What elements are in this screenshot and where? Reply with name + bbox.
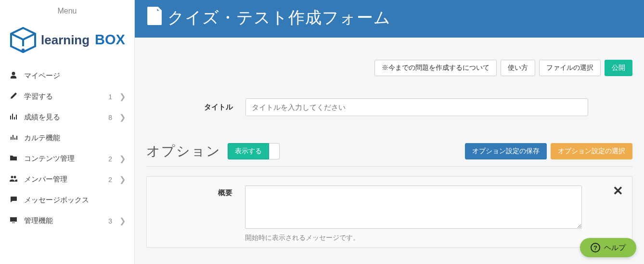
sidebar-item-1[interactable]: 学習する1❯ (0, 86, 134, 107)
option-row: オプション 表示する オプション設定の保存 オプション設定の選択 (146, 142, 632, 167)
sidebar-item-label: メッセージボックス (24, 196, 106, 205)
summary-label: 概要 (157, 185, 232, 242)
title-row: タイトル (180, 98, 632, 116)
title-label: タイトル (180, 103, 233, 112)
option-save-button[interactable]: オプション設定の保存 (465, 143, 547, 159)
sidebar-item-7[interactable]: 管理機能3❯ (0, 211, 134, 231)
document-icon (146, 7, 163, 29)
sidebar-item-6[interactable]: メッセージボックス (0, 190, 134, 211)
summary-hint: 開始時に表示されるメッセージです。 (245, 234, 582, 242)
toggle-handle[interactable] (269, 143, 280, 159)
sidebar-item-0[interactable]: マイページ (0, 66, 134, 86)
sidebar-item-5[interactable]: メンバー管理2❯ (0, 169, 134, 190)
sidebar-item-badge: 3 (106, 217, 112, 225)
sidebar-item-label: コンテンツ管理 (24, 154, 106, 163)
help-icon: ? (591, 243, 600, 252)
close-icon[interactable]: ✕ (613, 184, 623, 198)
option-heading: オプション (146, 142, 221, 160)
chevron-right-icon: ❯ (119, 175, 126, 184)
menu-label: Menu (0, 0, 134, 21)
summary-textarea[interactable] (245, 185, 582, 229)
title-input[interactable] (245, 98, 588, 116)
about-previous-button[interactable]: ※今までの問題を作成するについて (374, 60, 497, 76)
help-button[interactable]: ? ヘルプ (580, 238, 636, 257)
chat-icon (9, 196, 18, 205)
users-icon (9, 175, 18, 184)
publish-button[interactable]: 公開 (605, 60, 632, 76)
nav: マイページ学習する1❯成績を見る8❯カルテ機能コンテンツ管理2❯メンバー管理2❯… (0, 66, 134, 231)
sidebar-item-3[interactable]: カルテ機能 (0, 128, 134, 148)
svg-point-2 (21, 49, 24, 52)
user-icon (9, 71, 18, 80)
stats-icon (9, 133, 18, 143)
sidebar-item-badge: 2 (106, 176, 112, 184)
option-toggle[interactable]: 表示する (228, 143, 280, 159)
chevron-right-icon: ❯ (119, 92, 126, 101)
sidebar-item-label: メンバー管理 (24, 175, 106, 184)
sidebar-item-label: 管理機能 (24, 216, 106, 225)
file-select-button[interactable]: ファイルの選択 (539, 60, 601, 76)
toggle-show-button[interactable]: 表示する (228, 143, 269, 159)
sidebar-item-badge: 2 (106, 155, 112, 163)
svg-text:learning: learning (41, 33, 90, 47)
folder-icon (9, 154, 18, 163)
sidebar-item-label: マイページ (24, 71, 106, 80)
sidebar-item-4[interactable]: コンテンツ管理2❯ (0, 148, 134, 169)
monitor-icon (9, 216, 18, 225)
sidebar-item-label: 成績を見る (24, 113, 106, 122)
sidebar-item-badge: 1 (106, 93, 112, 101)
page-header: クイズ・テスト作成フォーム (135, 0, 644, 38)
summary-panel: ✕ 概要 開始時に表示されるメッセージです。 (146, 176, 632, 248)
page-title: クイズ・テスト作成フォーム (167, 7, 391, 29)
sidebar-item-label: カルテ機能 (24, 133, 106, 143)
chart-icon (9, 113, 18, 122)
top-button-row: ※今までの問題を作成するについて 使い方 ファイルの選択 公開 (146, 38, 632, 76)
sidebar-item-badge: 8 (106, 114, 112, 121)
howto-button[interactable]: 使い方 (501, 60, 535, 76)
logo[interactable]: learning BOX (0, 21, 134, 66)
sidebar-item-label: 学習する (24, 92, 106, 101)
main: クイズ・テスト作成フォーム ※今までの問題を作成するについて 使い方 ファイルの… (135, 0, 644, 264)
sidebar: Menu learning BOX マイページ学習する1❯成績を見る8❯カルテ機… (0, 0, 135, 264)
pencil-icon (9, 92, 18, 101)
chevron-right-icon: ❯ (119, 113, 126, 122)
chevron-right-icon: ❯ (119, 154, 126, 163)
svg-text:BOX: BOX (95, 32, 126, 47)
help-label: ヘルプ (604, 243, 626, 252)
chevron-right-icon: ❯ (119, 216, 126, 225)
sidebar-item-2[interactable]: 成績を見る8❯ (0, 107, 134, 128)
option-select-button[interactable]: オプション設定の選択 (551, 143, 632, 159)
